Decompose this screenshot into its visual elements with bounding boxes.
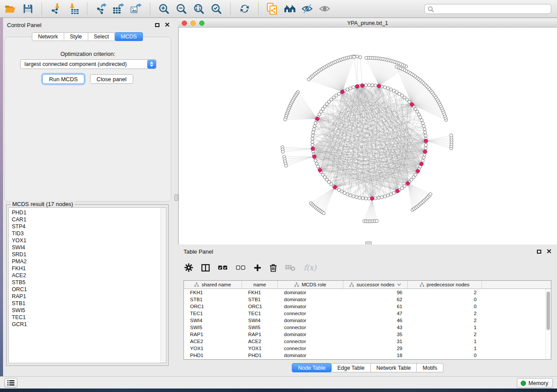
network-node[interactable] <box>424 134 427 137</box>
table-scrollbar[interactable] <box>545 289 551 359</box>
hide-selected-eye-icon[interactable] <box>301 3 313 15</box>
mcds-dominator-node[interactable] <box>360 84 364 87</box>
network-node[interactable] <box>364 197 367 200</box>
network-node[interactable] <box>421 121 424 124</box>
network-node[interactable] <box>352 195 355 198</box>
column-header-MCDS-role[interactable]: MCDS role <box>278 281 343 289</box>
task-history-button[interactable] <box>4 378 17 388</box>
network-node[interactable] <box>312 127 315 131</box>
mcds-dominator-node[interactable] <box>419 162 423 166</box>
mcds-result-item[interactable]: ORC1 <box>12 286 159 293</box>
network-node[interactable] <box>356 55 359 58</box>
mcds-dominator-node[interactable] <box>377 84 381 88</box>
mcds-result-item[interactable]: RAP1 <box>12 293 159 300</box>
zoom-selected-icon[interactable] <box>211 3 222 15</box>
search-box[interactable] <box>424 4 551 14</box>
unselect-all-icon[interactable] <box>236 265 246 270</box>
column-header-name[interactable]: name <box>242 281 278 289</box>
network-node[interactable] <box>374 84 377 87</box>
network-view-titlebar[interactable]: YPA_prune.txt_1 <box>178 19 557 28</box>
mcds-result-item[interactable]: YOX1 <box>12 237 159 244</box>
network-node[interactable] <box>349 194 352 197</box>
tab-network[interactable]: Network <box>32 32 64 41</box>
network-node[interactable] <box>383 86 386 89</box>
network-node[interactable] <box>311 137 314 140</box>
network-node[interactable] <box>346 193 349 196</box>
import-table-icon[interactable] <box>67 3 79 15</box>
network-node[interactable] <box>389 88 392 91</box>
table-row[interactable]: ACE2ACE2connector311 <box>184 338 551 345</box>
network-node[interactable] <box>422 124 425 127</box>
table-row[interactable]: PHD1PHD1dominator180 <box>184 352 551 359</box>
save-icon[interactable] <box>22 3 34 15</box>
vertical-splitter[interactable] <box>175 18 178 376</box>
tab-edge-table[interactable]: Edge Table <box>332 363 370 372</box>
table-row[interactable]: YOX1YOX1connector291 <box>184 345 551 352</box>
mcds-dominator-node[interactable] <box>370 197 374 200</box>
mcds-dominator-node[interactable] <box>406 182 409 185</box>
network-node[interactable] <box>355 196 358 199</box>
mcds-dominator-node[interactable] <box>341 90 344 93</box>
mcds-result-item[interactable]: SWI5 <box>12 307 159 314</box>
table-row[interactable]: STB1STB1dominator620 <box>184 296 551 303</box>
column-header-predecessor-nodes[interactable]: predecessor nodes <box>408 281 482 289</box>
network-node[interactable] <box>284 118 287 121</box>
run-mcds-button[interactable]: Run MCDS <box>42 74 84 84</box>
mcds-dominator-node[interactable] <box>356 85 359 88</box>
float-table-panel-icon[interactable] <box>537 250 541 254</box>
select-all-icon[interactable] <box>218 265 228 270</box>
table-scrollbar-thumb[interactable] <box>547 292 550 330</box>
network-node[interactable] <box>311 134 314 137</box>
network-node[interactable] <box>311 131 315 134</box>
mcds-result-item[interactable]: SRD1 <box>12 251 159 258</box>
network-node[interactable] <box>340 190 343 193</box>
mcds-result-item[interactable]: ACE2 <box>12 272 159 279</box>
network-node[interactable] <box>313 124 316 127</box>
mcds-dominator-node[interactable] <box>396 189 399 193</box>
tab-style[interactable]: Style <box>64 32 88 41</box>
network-node[interactable] <box>424 144 427 147</box>
network-node[interactable] <box>314 121 317 124</box>
settings-gear-icon[interactable] <box>184 263 193 272</box>
network-node[interactable] <box>318 113 321 116</box>
mcds-result-item[interactable]: STP4 <box>12 223 159 230</box>
mcds-dominator-node[interactable] <box>410 103 414 107</box>
close-table-panel-icon[interactable]: ✕ <box>546 249 552 254</box>
mcds-dominator-node[interactable] <box>423 150 427 153</box>
export-network-icon[interactable] <box>95 3 107 15</box>
table-row[interactable]: ORC1ORC1dominator610 <box>184 303 551 310</box>
table-row[interactable]: SWI4SWI4dominator462 <box>184 317 551 324</box>
zoom-out-icon[interactable] <box>176 3 187 15</box>
optimization-criterion-dropdown[interactable]: largest connected component (undirected) <box>20 59 156 69</box>
mcds-result-item[interactable]: TID3 <box>12 230 159 237</box>
mcds-dominator-node[interactable] <box>315 117 319 120</box>
mcds-dominator-node[interactable] <box>424 139 428 143</box>
mcds-dominator-node[interactable] <box>312 155 316 158</box>
network-node[interactable] <box>395 65 398 68</box>
memory-button[interactable]: Memory <box>517 378 553 388</box>
table-row[interactable]: TEC1TEC1connector472 <box>184 310 551 317</box>
split-panel-icon[interactable] <box>201 264 210 272</box>
mcds-list-scrollbar[interactable] <box>160 208 166 363</box>
open-folder-icon[interactable] <box>4 3 16 15</box>
show-all-eye-icon[interactable] <box>319 3 331 15</box>
zoom-in-icon[interactable] <box>158 3 170 15</box>
mcds-dominator-node[interactable] <box>333 186 337 189</box>
export-image-icon[interactable] <box>130 3 142 15</box>
sort-chevron-icon[interactable] <box>397 283 401 286</box>
table-row[interactable]: RAP1RAP1dominator352 <box>184 331 551 338</box>
column-header-shared-name[interactable]: shared name <box>184 281 242 289</box>
network-node[interactable] <box>364 84 367 87</box>
mcds-result-item[interactable]: STB1 <box>12 300 159 307</box>
network-node[interactable] <box>380 196 383 199</box>
network-node[interactable] <box>395 91 398 94</box>
search-input[interactable] <box>436 4 548 14</box>
close-panel-icon[interactable]: ✕ <box>164 23 170 27</box>
mcds-result-item[interactable]: PHD1 <box>12 209 159 216</box>
document-network-icon[interactable] <box>266 3 278 15</box>
minimize-window-icon[interactable] <box>190 21 196 26</box>
network-node[interactable] <box>374 197 377 200</box>
delete-table-icon[interactable] <box>285 265 295 271</box>
network-node[interactable] <box>307 78 310 81</box>
mcds-result-item[interactable]: CAR1 <box>12 216 159 223</box>
